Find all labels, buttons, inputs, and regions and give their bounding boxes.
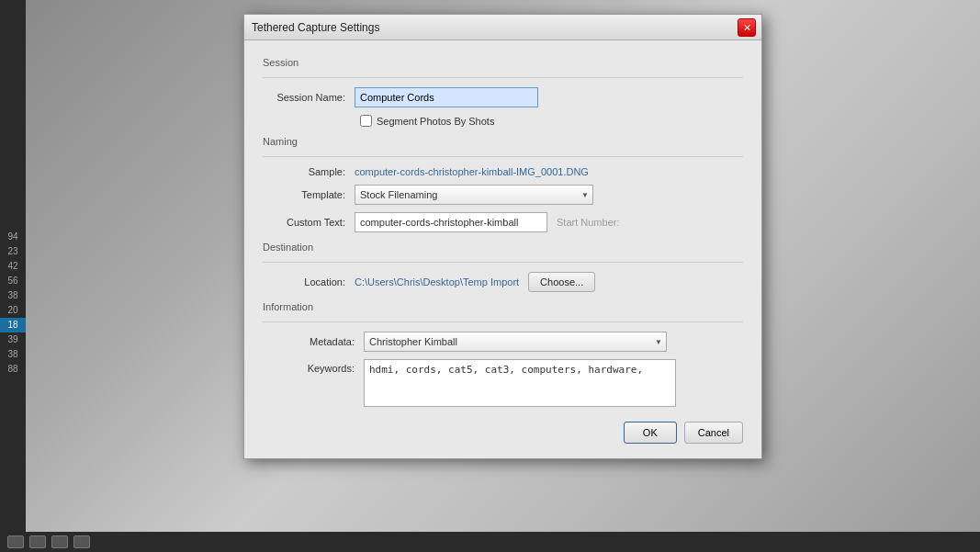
destination-divider bbox=[263, 262, 743, 263]
panel-num-38: 38 bbox=[0, 288, 26, 303]
sample-label: Sample: bbox=[263, 166, 355, 177]
metadata-label: Metadata: bbox=[263, 336, 364, 347]
segment-photos-row: Segment Photos By Shots bbox=[360, 115, 743, 127]
template-row: Template: Stock Filenaming Custom Name D… bbox=[263, 185, 743, 205]
panel-num-94: 94 bbox=[0, 230, 26, 244]
location-path[interactable]: C:\Users\Chris\Desktop\Temp Import bbox=[355, 276, 519, 287]
panel-num-42: 42 bbox=[0, 259, 26, 274]
panel-numbers: 94 23 42 56 38 20 18 39 38 88 bbox=[0, 230, 26, 377]
session-name-row: Session Name: bbox=[263, 87, 743, 107]
panel-num-18: 18 bbox=[0, 318, 26, 332]
keywords-label: Keywords: bbox=[263, 359, 364, 374]
template-select[interactable]: Stock Filenaming Custom Name Date - File… bbox=[355, 185, 593, 205]
tethered-capture-dialog: Tethered Capture Settings ✕ Session Sess… bbox=[243, 14, 762, 459]
dialog-title-bar: Tethered Capture Settings ✕ bbox=[244, 15, 761, 40]
information-divider bbox=[263, 321, 743, 322]
bottom-btn-2[interactable] bbox=[29, 535, 46, 548]
cancel-button[interactable]: Cancel bbox=[684, 422, 743, 444]
sample-row: Sample: computer-cords-christopher-kimba… bbox=[263, 166, 743, 177]
dialog-buttons: OK Cancel bbox=[263, 422, 743, 444]
start-number-label: Start Number: bbox=[557, 217, 619, 228]
sample-value: computer-cords-christopher-kimball-IMG_0… bbox=[355, 166, 589, 177]
naming-divider bbox=[263, 156, 743, 157]
metadata-select-wrapper[interactable]: Christopher Kimball None bbox=[364, 332, 667, 352]
keywords-row: Keywords: hdmi, cords, cat5, cat3, compu… bbox=[263, 359, 743, 407]
panel-num-88: 88 bbox=[0, 362, 26, 377]
keywords-textarea[interactable]: hdmi, cords, cat5, cat3, computers, hard… bbox=[364, 359, 676, 407]
information-section-label: Information bbox=[263, 301, 743, 312]
template-select-wrapper[interactable]: Stock Filenaming Custom Name Date - File… bbox=[355, 185, 593, 205]
panel-num-38b: 38 bbox=[0, 347, 26, 362]
panel-num-56: 56 bbox=[0, 274, 26, 288]
left-panel: 94 23 42 56 38 20 18 39 38 88 bbox=[0, 0, 26, 552]
naming-section-label: Naming bbox=[263, 136, 743, 147]
session-name-label: Session Name: bbox=[263, 92, 355, 103]
location-row: Location: C:\Users\Chris\Desktop\Temp Im… bbox=[263, 272, 743, 292]
custom-text-input[interactable] bbox=[355, 212, 547, 232]
ok-button[interactable]: OK bbox=[624, 422, 677, 444]
session-divider bbox=[263, 77, 743, 78]
session-name-input[interactable] bbox=[355, 87, 538, 107]
destination-section-label: Destination bbox=[263, 242, 743, 253]
panel-num-39: 39 bbox=[0, 332, 26, 347]
panel-num-20: 20 bbox=[0, 303, 26, 318]
close-button[interactable]: ✕ bbox=[738, 18, 756, 37]
session-section-label: Session bbox=[263, 57, 743, 68]
bottom-btn-3[interactable] bbox=[51, 535, 68, 548]
location-label: Location: bbox=[263, 276, 355, 287]
metadata-row: Metadata: Christopher Kimball None bbox=[263, 332, 743, 352]
panel-num-23: 23 bbox=[0, 244, 26, 259]
choose-button[interactable]: Choose... bbox=[528, 272, 595, 292]
dialog-title: Tethered Capture Settings bbox=[252, 21, 379, 34]
bottom-toolbar bbox=[0, 532, 980, 552]
segment-photos-checkbox[interactable] bbox=[360, 115, 372, 127]
dialog-content: Session Session Name: Segment Photos By … bbox=[244, 40, 761, 458]
bottom-btn-1[interactable] bbox=[7, 535, 24, 548]
metadata-select[interactable]: Christopher Kimball None bbox=[364, 332, 667, 352]
segment-photos-label: Segment Photos By Shots bbox=[377, 116, 494, 127]
template-label: Template: bbox=[263, 189, 355, 200]
bottom-btn-4[interactable] bbox=[73, 535, 90, 548]
custom-text-label: Custom Text: bbox=[263, 217, 355, 228]
custom-text-row: Custom Text: Start Number: bbox=[263, 212, 743, 232]
